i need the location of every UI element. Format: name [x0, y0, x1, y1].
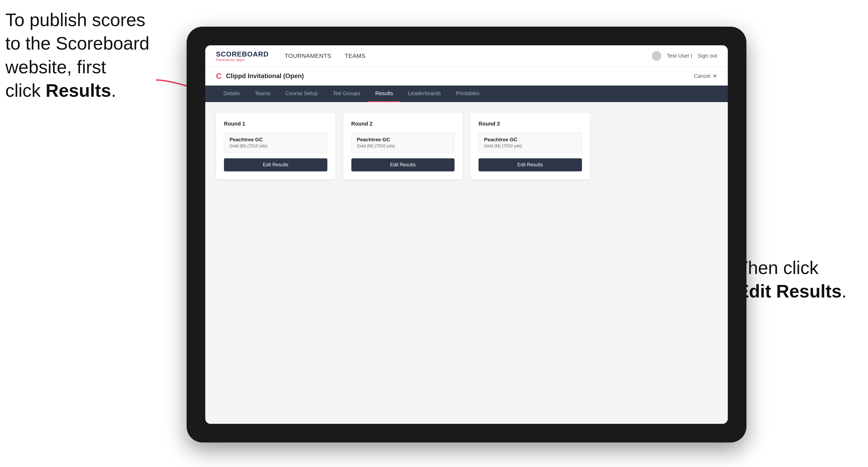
round-1-title: Round 1 [224, 121, 328, 127]
instruction-left: To publish scoresto the Scoreboardwebsit… [5, 8, 150, 102]
cancel-button[interactable]: Cancel ✕ [694, 73, 717, 79]
instruction-right: Then clickEdit Results. [737, 256, 847, 303]
c-logo: C [216, 71, 222, 81]
tab-teams[interactable]: Teams [247, 86, 278, 102]
nav-links: TOURNAMENTS TEAMS [285, 53, 652, 59]
nav-tournaments[interactable]: TOURNAMENTS [285, 53, 331, 59]
logo-main: SCOREBOARD [216, 50, 269, 58]
scoreboard-logo: SCOREBOARD Powered by clippd [216, 50, 269, 62]
round-3-course-details: Gold (M) (7010 yds) [484, 144, 576, 149]
round-1-course-name: Peachtree GC [229, 137, 322, 143]
round-2-course-details: Gold (M) (7010 yds) [357, 144, 449, 149]
round-3-course-box: Peachtree GC Gold (M) (7010 yds) [478, 132, 582, 153]
round-2-title: Round 2 [351, 121, 455, 127]
main-content: Round 1 Peachtree GC Gold (M) (7010 yds)… [205, 102, 728, 424]
round-3-edit-results-button[interactable]: Edit Results [478, 158, 582, 172]
empty-round-slot [598, 113, 717, 179]
tab-course-setup[interactable]: Course Setup [278, 86, 325, 102]
instruction-right-text: Then clickEdit Results. [737, 257, 847, 301]
user-label: Test User | [667, 53, 692, 59]
round-1-card: Round 1 Peachtree GC Gold (M) (7010 yds)… [216, 113, 335, 179]
round-2-course-box: Peachtree GC Gold (M) (7010 yds) [351, 132, 455, 153]
tournament-title-row: C Clippd Invitational (Open) [216, 71, 304, 81]
tab-printables[interactable]: Printables [448, 86, 487, 102]
round-1-course-box: Peachtree GC Gold (M) (7010 yds) [224, 132, 328, 153]
tab-leaderboards[interactable]: Leaderboards [400, 86, 448, 102]
round-2-course-name: Peachtree GC [357, 137, 449, 143]
tournament-name: Clippd Invitational (Open) [226, 72, 304, 80]
tablet-frame: SCOREBOARD Powered by clippd TOURNAMENTS… [187, 27, 746, 442]
round-1-edit-results-button[interactable]: Edit Results [224, 158, 328, 172]
nav-teams[interactable]: TEAMS [345, 53, 366, 59]
tab-bar: Details Teams Course Setup Tee Groups Re… [205, 86, 728, 102]
tablet-screen: SCOREBOARD Powered by clippd TOURNAMENTS… [205, 45, 728, 424]
round-1-course-details: Gold (M) (7010 yds) [229, 144, 322, 149]
round-2-card: Round 2 Peachtree GC Gold (M) (7010 yds)… [343, 113, 463, 179]
rounds-grid: Round 1 Peachtree GC Gold (M) (7010 yds)… [216, 113, 717, 179]
top-nav: SCOREBOARD Powered by clippd TOURNAMENTS… [205, 45, 728, 67]
close-icon: ✕ [713, 73, 717, 79]
logo-sub: Powered by clippd [216, 58, 269, 62]
round-3-card: Round 3 Peachtree GC Gold (M) (7010 yds)… [470, 113, 590, 179]
user-icon [652, 51, 661, 61]
nav-right: Test User | Sign out [652, 51, 717, 61]
tab-results[interactable]: Results [368, 86, 401, 102]
tournament-header: C Clippd Invitational (Open) Cancel ✕ [205, 67, 728, 86]
tab-tee-groups[interactable]: Tee Groups [325, 86, 368, 102]
instruction-left-text: To publish scoresto the Scoreboardwebsit… [5, 9, 150, 100]
round-3-course-name: Peachtree GC [484, 137, 576, 143]
tab-details[interactable]: Details [216, 86, 247, 102]
round-3-title: Round 3 [478, 121, 582, 127]
signout-link[interactable]: Sign out [698, 53, 717, 59]
round-2-edit-results-button[interactable]: Edit Results [351, 158, 455, 172]
